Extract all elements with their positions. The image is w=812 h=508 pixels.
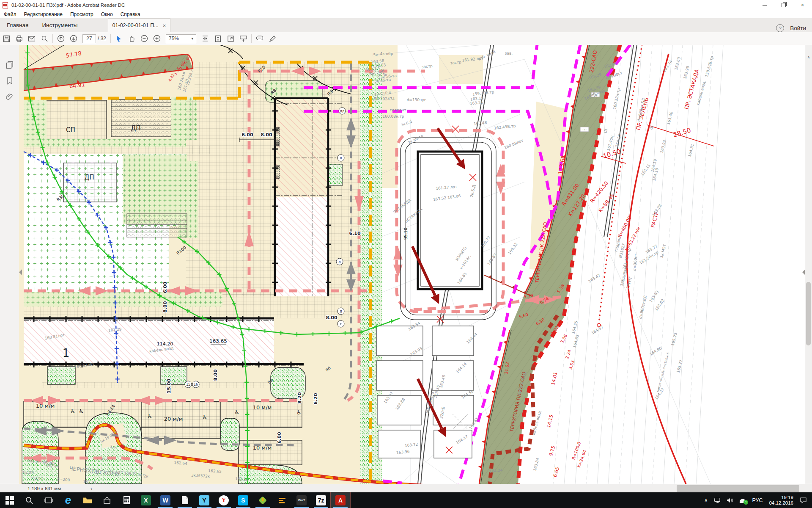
page-size-label: 1 189 x 841 мм — [27, 486, 61, 491]
next-page-button[interactable] — [67, 33, 80, 44]
menu-item-0[interactable]: Файл — [0, 11, 20, 17]
svg-text:8.20: 8.20 — [297, 392, 302, 403]
svg-text:20 м/м: 20 м/м — [164, 416, 183, 422]
yandex-icon[interactable]: Y — [214, 492, 233, 508]
yandex-disk-icon[interactable]: 1 — [739, 497, 746, 503]
svg-text:1: 1 — [63, 347, 70, 359]
tab-tools[interactable]: Инструменты — [35, 22, 84, 32]
svg-text:8.00: 8.00 — [261, 132, 272, 138]
hand-tool-button[interactable] — [125, 33, 138, 44]
yandex-browser-icon[interactable]: Y — [195, 492, 214, 508]
word-icon[interactable]: W — [156, 492, 175, 508]
svg-text:6.10: 6.10 — [349, 231, 360, 236]
wot-icon[interactable]: WoT — [292, 492, 311, 508]
task-view-icon[interactable] — [39, 492, 58, 508]
tray-time: 19:19 — [769, 495, 793, 500]
fit-width-button[interactable] — [199, 33, 211, 44]
svg-text:6.00: 6.00 — [277, 432, 282, 443]
svg-text:6.20: 6.20 — [313, 393, 318, 404]
scroll-left-icon[interactable]: ‹ — [91, 486, 92, 491]
save-button[interactable] — [0, 33, 13, 44]
store-icon[interactable] — [97, 492, 117, 508]
restore-button[interactable] — [774, 0, 793, 10]
svg-text:6к: 6к — [369, 72, 374, 76]
close-button[interactable]: × — [793, 0, 812, 10]
volume-icon[interactable] — [727, 497, 733, 503]
network-icon[interactable] — [713, 497, 721, 503]
document-area: 57.7864.914.423.163.60С 0910.5028.50113.… — [0, 45, 812, 484]
tab-close-icon[interactable]: × — [163, 22, 166, 29]
menu-item-1[interactable]: Редактирование — [20, 11, 66, 17]
settings-bars-icon[interactable] — [272, 492, 292, 508]
fit-page-button[interactable] — [211, 33, 224, 44]
search-icon[interactable] — [19, 492, 39, 508]
skype-icon[interactable]: S — [233, 492, 253, 508]
acrobat-icon[interactable]: A — [331, 492, 350, 508]
zoom-level-select[interactable]: 75%▾ — [166, 34, 196, 43]
edge-icon[interactable]: e — [58, 492, 78, 508]
language-indicator[interactable]: РУС — [752, 497, 763, 503]
search-icon[interactable] — [38, 33, 51, 44]
clock[interactable]: 19:19 04.12.2016 — [769, 495, 793, 506]
scrolling-mode-button[interactable] — [237, 33, 250, 44]
svg-text:162.42: 162.42 — [83, 480, 96, 484]
attachments-icon[interactable] — [0, 89, 19, 105]
scroll-up-icon[interactable]: ∧ — [805, 55, 812, 59]
svg-text:160.08н.тр: 160.08н.тр — [382, 114, 404, 119]
start-button[interactable] — [0, 492, 19, 508]
minimize-button[interactable] — [755, 0, 774, 10]
svg-text:д: д — [340, 309, 342, 313]
menu-item-2[interactable]: Просмотр — [66, 11, 97, 17]
system-tray: ∧ 1 РУС 19:19 04.12.2016 — [701, 492, 812, 508]
comment-button[interactable] — [253, 33, 266, 44]
svg-text:зав.: зав. — [505, 51, 513, 55]
notification-badge: 1 — [743, 500, 748, 505]
page-number-input[interactable]: 27 — [82, 34, 96, 43]
select-tool-button[interactable] — [112, 33, 125, 44]
svg-text:ДП: ДП — [85, 174, 94, 181]
zoom-out-button[interactable] — [138, 33, 151, 44]
toolbar: 27 / 32 75%▾ — [0, 32, 812, 45]
tray-date: 04.12.2016 — [769, 500, 793, 506]
signin-button[interactable]: Войти — [790, 25, 806, 31]
previous-page-button[interactable] — [55, 33, 67, 44]
zoom-in-button[interactable] — [151, 33, 163, 44]
svg-text:гидрант: гидрант — [390, 108, 406, 112]
excel-icon[interactable]: X — [136, 492, 156, 508]
tab-home[interactable]: Главная — [0, 22, 35, 32]
svg-text:95.10: 95.10 — [403, 228, 408, 240]
tab-bar: Главная Инструменты 01-02-00-01-01 П... … — [0, 18, 812, 32]
menu-bar: ФайлРедактированиеПросмотрОкноСправка — [0, 10, 812, 19]
explorer-icon[interactable] — [78, 492, 97, 508]
svg-text:СП: СП — [66, 126, 75, 134]
bluestacks-icon[interactable] — [253, 492, 272, 508]
bookmarks-icon[interactable] — [0, 73, 19, 89]
page-thumbnails-icon[interactable] — [0, 57, 19, 73]
svg-text:дд: дд — [340, 109, 345, 113]
notepad-icon[interactable] — [175, 492, 195, 508]
print-button[interactable] — [13, 33, 25, 44]
highlight-button[interactable] — [266, 33, 279, 44]
7zip-icon[interactable]: 7z — [311, 492, 331, 508]
accessible-parking-icon: ♿ — [296, 409, 302, 416]
email-button[interactable] — [25, 33, 38, 44]
vertical-scroll-thumb[interactable] — [806, 282, 811, 345]
title-bar: 01-02-00-01-01 ПЗУ.pdf - Adobe Acrobat R… — [0, 0, 812, 10]
svg-text:4к обр: 4к обр — [380, 52, 393, 56]
menu-item-4[interactable]: Справка — [117, 11, 144, 17]
calculator-icon[interactable] — [117, 492, 136, 508]
tab-document[interactable]: 01-02-00-01-01 П... × — [108, 18, 171, 32]
svg-text:я: я — [340, 156, 342, 160]
action-center-icon[interactable] — [800, 497, 807, 503]
horizontal-scroll-thumb[interactable] — [677, 485, 799, 492]
svg-text:10 м/м: 10 м/м — [36, 403, 55, 409]
help-icon[interactable]: ? — [776, 24, 784, 32]
menu-item-3[interactable]: Окно — [97, 11, 117, 17]
svg-text:5к: 5к — [373, 53, 378, 57]
vertical-scrollbar[interactable]: ∧ — [805, 45, 812, 484]
svg-text:ДП: ДП — [131, 124, 141, 132]
pdf-canvas[interactable]: 57.7864.914.423.163.60С 0910.5028.50113.… — [19, 45, 805, 484]
hide-left-pane-toggle[interactable] — [19, 269, 22, 275]
fullscreen-button[interactable] — [224, 33, 237, 44]
tray-chevron-icon[interactable]: ∧ — [704, 497, 708, 503]
